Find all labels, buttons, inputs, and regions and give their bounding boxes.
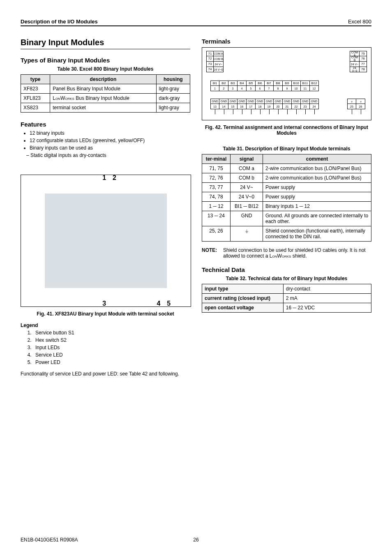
bi-num: 2 [219, 86, 228, 91]
fig-callout-2: 2 [113, 174, 116, 182]
gnd-label: GND [274, 99, 283, 104]
t31-h3: comment [263, 154, 371, 164]
gnd-label: GND [219, 99, 228, 104]
table32-caption: Table 32. Technical data for of Binary I… [202, 276, 371, 281]
tech-data-title: Technical Data [202, 266, 371, 273]
gnd-label: GND [228, 99, 238, 104]
fig-callout-3: 3 [102, 300, 106, 307]
bi-label: BI10 [292, 81, 301, 86]
gnd-label: GND [310, 99, 319, 104]
features-list: 12 binary inputs 12 configurable status … [21, 130, 190, 151]
table30-caption: Table 30. Excel 800 Binary Input Modules [21, 66, 190, 72]
bi-num: 9 [283, 86, 292, 91]
bi-label: BI9 [283, 81, 292, 86]
table-row: open contact voltage 16 ─ 22 VDC [202, 303, 371, 313]
bi-label: BI5 [247, 81, 256, 86]
bi-label: BI3 [228, 81, 238, 86]
table-row: 71, 75COM a2-wire communication bus (LON… [202, 164, 371, 173]
diagram-shield-block: ⏚ ⏚ 25 26 [347, 99, 365, 114]
list-item: Binary inputs can be used as [30, 145, 190, 151]
page-footer: EN1B-0410GE51 R0908A 26 [21, 537, 371, 543]
bi-label: BI12 [310, 81, 319, 86]
bi-label: BI6 [256, 81, 265, 86]
bi-num: 7 [265, 86, 274, 91]
gnd-num: 23 [301, 104, 310, 109]
func-text: Functionality of service LED and power L… [21, 371, 190, 377]
bi-num: 1 [210, 86, 219, 91]
gnd-num: 22 [292, 104, 301, 109]
gnd-label: GND [256, 99, 265, 104]
table31: ter-minal signal comment 71, 75COM a2-wi… [202, 154, 371, 242]
gnd-label: GND [292, 99, 301, 104]
list-item: Service LED [33, 352, 190, 358]
bi-num: 5 [247, 86, 256, 91]
figure-41: 1 2 3 4 5 [21, 175, 191, 307]
header-left: Description of the I/O Modules [21, 18, 98, 25]
gnd-label: GND [301, 99, 310, 104]
gnd-num: 16 [238, 104, 247, 109]
fig41-caption: Fig. 41. XF823AU Binary Input Module wit… [21, 311, 190, 317]
bi-label: BI8 [274, 81, 283, 86]
diagram-right-top: COM A75 COM B76 24 V~77 24 V~078 [350, 51, 367, 72]
note: NOTE: Shield connection to be used for s… [202, 247, 371, 259]
table-row: current rating (closed input) 2 mA [202, 294, 371, 303]
bi-label: BI7 [265, 81, 274, 86]
gnd-num: 21 [283, 104, 292, 109]
header-right: Excel 800 [348, 18, 371, 25]
table-row: 1 ─ 12BI1 ─ BI12Binary inputs 1 ─ 12 [202, 202, 371, 211]
table-row: 72, 76COM b2-wire communication bus (LON… [202, 173, 371, 183]
gnd-num: 19 [265, 104, 274, 109]
fig-callout-5: 5 [167, 300, 171, 307]
table31-caption: Table 31. Description of Binary Input Mo… [202, 146, 371, 152]
table30: type description housing XF823 Panel Bus… [21, 74, 190, 113]
section-title: Binary Input Modules [21, 38, 190, 49]
gnd-num: 20 [274, 104, 283, 109]
t31-h2: signal [231, 154, 263, 164]
table-row: input type dry-contact [202, 284, 371, 294]
bi-label: BI1 [210, 81, 219, 86]
table-row: 73, 7724 V~Power supply [202, 183, 371, 192]
types-title: Types of Binary Input Modules [21, 57, 190, 64]
left-column: Binary Input Modules Types of Binary Inp… [21, 38, 190, 382]
bi-label: BI2 [219, 81, 228, 86]
fig-callout-4: 4 [157, 300, 160, 307]
list-item: Service button S1 [33, 330, 190, 336]
bi-num: 3 [228, 86, 238, 91]
table-row: XF823 Panel Bus Binary Input Module ligh… [21, 84, 190, 94]
t30-h2: description [50, 75, 156, 84]
table-row: 13 ─ 24GNDGround. All grounds are connec… [202, 211, 371, 226]
bi-num: 4 [238, 86, 247, 91]
diagram-left-top: 71COM A 72COM B 7324 V~ 7424 V~0 [206, 51, 224, 72]
list-item: 12 configurable status LEDs (green/red, … [30, 138, 190, 143]
features-title: Features [21, 121, 190, 128]
t30-h1: type [21, 75, 50, 84]
table-row: 74, 7824 V~0Power supply [202, 192, 371, 202]
terminal-diagram: 71COM A 72COM B 7324 V~ 7424 V~0 COM A75… [202, 47, 371, 120]
gnd-num: 15 [228, 104, 238, 109]
note-text: Shield connection to be used for shielde… [223, 247, 371, 259]
footer-left: EN1B-0410GE51 R0908A [21, 537, 78, 543]
list-item: Static digital inputs as dry-contacts [32, 152, 190, 158]
gnd-label: GND [238, 99, 247, 104]
fig42-caption: Fig. 42. Terminal assignment and interna… [202, 124, 371, 136]
features-sublist: Static digital inputs as dry-contacts [21, 152, 190, 158]
gnd-label: GND [283, 99, 292, 104]
note-label: NOTE: [202, 247, 223, 259]
gnd-num: 24 [310, 104, 319, 109]
bi-label: BI11 [301, 81, 310, 86]
table-row: XFL823 LonWorks Bus Binary Input Module … [21, 94, 190, 103]
gnd-num: 14 [219, 104, 228, 109]
table-row: 25, 26⏚Shield connection (functional ear… [202, 226, 371, 242]
page-header: Description of the I/O Modules Excel 800 [21, 18, 371, 26]
diagram-bi-block: BI1BI2BI3BI4BI5BI6BI7BI8BI9BI10BI11BI12 … [210, 81, 367, 91]
earth-icon: ⏚ [347, 99, 356, 104]
fig-callout-1: 1 [102, 174, 106, 182]
gnd-num: 13 [210, 104, 219, 109]
bi-num: 8 [274, 86, 283, 91]
gnd-num: 17 [247, 104, 256, 109]
right-column: Terminals 71COM A 72COM B 7324 V~ 7424 V… [202, 38, 371, 382]
bi-num: 12 [310, 86, 319, 91]
page-number: 26 [193, 537, 198, 543]
list-item: Hex switch S2 [33, 337, 190, 343]
gnd-label: GND [247, 99, 256, 104]
